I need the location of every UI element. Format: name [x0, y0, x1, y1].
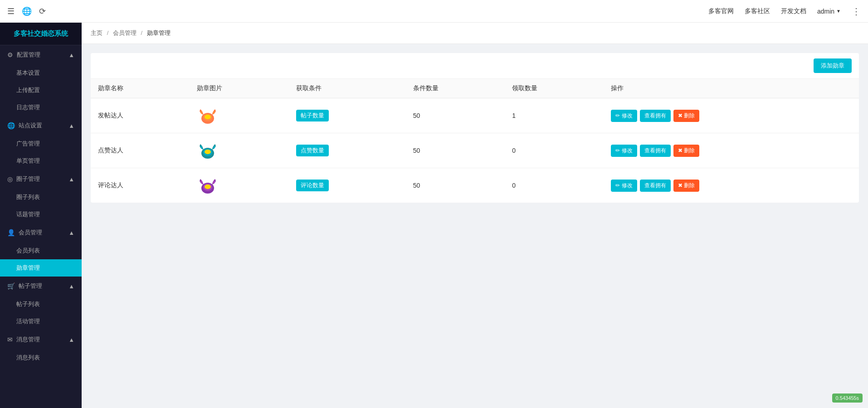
sidebar-group-header-site[interactable]: 🌐 站点设置 ▲	[0, 116, 82, 135]
action-buttons-0: ✏ 修改 查看拥有 ✖ 删除	[611, 110, 852, 122]
col-count: 条件数量	[406, 79, 505, 98]
delete-button-0[interactable]: ✖ 删除	[673, 110, 699, 122]
cell-claim-2: 0	[505, 168, 604, 203]
cell-count-0: 50	[406, 98, 505, 133]
sidebar-item-circle-list[interactable]: 圈子列表	[0, 189, 82, 206]
col-name: 勋章名称	[91, 79, 190, 98]
col-claim: 领取数量	[505, 79, 604, 98]
cell-name-2: 评论达人	[91, 168, 190, 203]
sidebar-group-label-post: 帖子管理	[19, 282, 42, 290]
admin-dropdown[interactable]: admin ▼	[817, 8, 841, 15]
svg-point-5	[205, 150, 211, 154]
delete-button-2[interactable]: ✖ 删除	[673, 180, 699, 192]
sidebar-group-header-post[interactable]: 🛒 帖子管理 ▲	[0, 277, 82, 296]
sidebar-item-member-list[interactable]: 会员列表	[0, 242, 82, 259]
sidebar-group-header-member[interactable]: 👤 会员管理 ▲	[0, 223, 82, 242]
sidebar-group-label-config: 配置管理	[17, 51, 40, 59]
sidebar-item-page-management[interactable]: 单页管理	[0, 152, 82, 170]
table-header-bar: 添加勋章	[91, 53, 859, 79]
sidebar-item-ad-management[interactable]: 广告管理	[0, 135, 82, 152]
action-buttons-1: ✏ 修改 查看拥有 ✖ 删除	[611, 145, 852, 157]
badge-image-2	[197, 175, 219, 196]
cell-name-0: 发帖达人	[91, 98, 190, 133]
table-row: 评论达人 评论数量 50 0 ✏ 修改 查看拥有 ✖	[91, 168, 859, 203]
sidebar-item-message-list[interactable]: 消息列表	[0, 349, 82, 366]
cell-count-1: 50	[406, 133, 505, 168]
sidebar-item-upload-config[interactable]: 上传配置	[0, 82, 82, 99]
edit-button-1[interactable]: ✏ 修改	[611, 145, 637, 157]
table-row: 点赞达人 点赞数量 50 0 ✏ 修改 查看拥有 ✖	[91, 133, 859, 168]
sidebar-group-post: 🛒 帖子管理 ▲ 帖子列表 活动管理	[0, 277, 82, 330]
more-icon[interactable]: ⋮	[852, 6, 861, 17]
edit-button-0[interactable]: ✏ 修改	[611, 110, 637, 122]
post-icon: 🛒	[7, 282, 15, 290]
col-condition: 获取条件	[289, 79, 406, 98]
sidebar-group-header-circle[interactable]: ◎ 圈子管理 ▲	[0, 170, 82, 189]
sidebar-group-header-message[interactable]: ✉ 消息管理 ▲	[0, 330, 82, 349]
main-layout: 多客社交婚恋系统 ⚙ 配置管理 ▲ 基本设置 上传配置 日志管理 🌐 站点设置 …	[0, 23, 868, 408]
refresh-icon[interactable]: ⟳	[39, 6, 46, 16]
table-row: 发帖达人 帖子数量 50 1 ✏ 修改 查看拥有 ✖	[91, 98, 859, 133]
sidebar-group-label-site: 站点设置	[19, 121, 42, 130]
admin-label: admin	[817, 8, 834, 15]
cell-claim-0: 1	[505, 98, 604, 133]
cell-count-2: 50	[406, 168, 505, 203]
sidebar-group-header-config[interactable]: ⚙ 配置管理 ▲	[0, 45, 82, 64]
cell-image-1	[190, 133, 288, 168]
sidebar-group-site: 🌐 站点设置 ▲ 广告管理 单页管理	[0, 116, 82, 170]
topbar-right: 多客官网 多客社区 开发文档 admin ▼ ⋮	[708, 6, 861, 17]
sidebar-logo: 多客社交婚恋系统	[0, 23, 82, 45]
topbar-link-official[interactable]: 多客官网	[708, 7, 734, 15]
chevron-up-icon-member: ▲	[68, 229, 74, 236]
chevron-up-icon-message: ▲	[68, 336, 74, 343]
globe-icon[interactable]: 🌐	[22, 6, 32, 16]
delete-button-1[interactable]: ✖ 删除	[673, 145, 699, 157]
badge-image-1	[197, 140, 219, 161]
sidebar-group-message: ✉ 消息管理 ▲ 消息列表	[0, 330, 82, 366]
cell-action-2: ✏ 修改 查看拥有 ✖ 删除	[604, 168, 859, 203]
medal-table: 勋章名称 勋章图片 获取条件 条件数量 领取数量 操作 发帖达人	[91, 79, 859, 203]
page-content: 添加勋章 勋章名称 勋章图片 获取条件 条件数量 领取数量 操作	[82, 44, 868, 408]
sidebar-group-member: 👤 会员管理 ▲ 会员列表 勋章管理	[0, 223, 82, 277]
sidebar-group-label-member: 会员管理	[19, 228, 42, 237]
breadcrumb-member[interactable]: 会员管理	[113, 29, 137, 36]
content-area: 主页 / 会员管理 / 勋章管理 添加勋章 勋章名称 勋章图片 获取条件	[82, 23, 868, 408]
action-buttons-2: ✏ 修改 查看拥有 ✖ 删除	[611, 180, 852, 192]
sidebar-group-config: ⚙ 配置管理 ▲ 基本设置 上传配置 日志管理	[0, 45, 82, 116]
message-icon: ✉	[7, 336, 13, 343]
edit-button-2[interactable]: ✏ 修改	[611, 180, 637, 192]
breadcrumb-sep-2: /	[141, 29, 143, 36]
sidebar-item-post-list[interactable]: 帖子列表	[0, 296, 82, 313]
sidebar-group-label-circle: 圈子管理	[16, 175, 40, 183]
condition-badge-0: 帖子数量	[296, 110, 329, 121]
sidebar-group-label-message: 消息管理	[16, 335, 40, 344]
add-medal-button[interactable]: 添加勋章	[814, 58, 852, 73]
sidebar-item-activity-management[interactable]: 活动管理	[0, 313, 82, 330]
sidebar-item-log-management[interactable]: 日志管理	[0, 99, 82, 116]
topbar: ☰ 🌐 ⟳ 多客官网 多客社区 开发文档 admin ▼ ⋮	[0, 0, 868, 23]
cell-name-1: 点赞达人	[91, 133, 190, 168]
topbar-link-community[interactable]: 多客社区	[745, 7, 770, 15]
topbar-left: ☰ 🌐 ⟳	[7, 6, 46, 16]
gear-icon: ⚙	[7, 51, 13, 58]
view-button-1[interactable]: 查看拥有	[640, 145, 671, 157]
cell-condition-0: 帖子数量	[289, 98, 406, 133]
sidebar-item-medal-management[interactable]: 勋章管理	[0, 259, 82, 277]
breadcrumb-home[interactable]: 主页	[91, 29, 102, 36]
view-button-0[interactable]: 查看拥有	[640, 110, 671, 122]
menu-icon[interactable]: ☰	[7, 6, 15, 16]
view-button-2[interactable]: 查看拥有	[640, 180, 671, 192]
admin-arrow-icon: ▼	[836, 9, 841, 14]
sidebar-item-basic-settings[interactable]: 基本设置	[0, 64, 82, 82]
cell-claim-1: 0	[505, 133, 604, 168]
breadcrumb: 主页 / 会员管理 / 勋章管理	[82, 23, 868, 44]
breadcrumb-sep-1: /	[107, 29, 109, 36]
col-image: 勋章图片	[190, 79, 288, 98]
cell-condition-2: 评论数量	[289, 168, 406, 203]
topbar-link-docs[interactable]: 开发文档	[781, 7, 806, 15]
chevron-up-icon-post: ▲	[68, 283, 74, 290]
condition-badge-1: 点赞数量	[296, 145, 329, 156]
sidebar-item-topic-management[interactable]: 话题管理	[0, 206, 82, 223]
col-action: 操作	[604, 79, 859, 98]
breadcrumb-current: 勋章管理	[147, 29, 171, 36]
